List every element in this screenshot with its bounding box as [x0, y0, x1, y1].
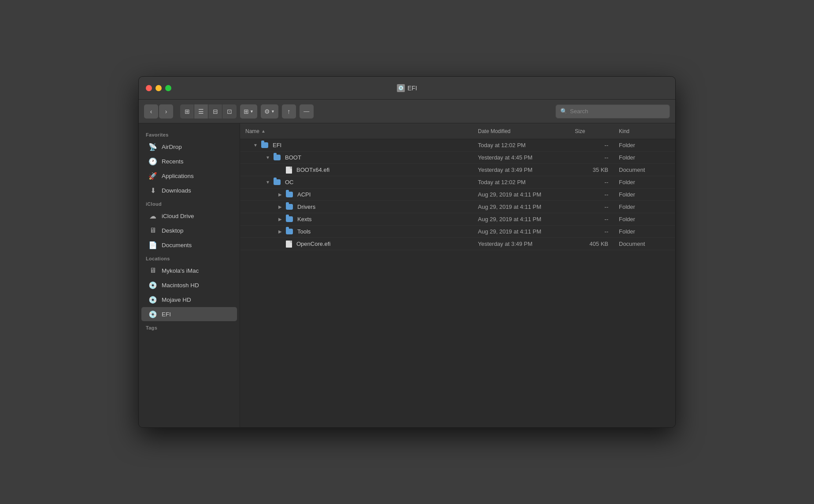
sidebar-item-documents[interactable]: 📄 Documents: [141, 238, 237, 252]
sidebar-item-applications[interactable]: 🚀 Applications: [141, 169, 237, 183]
view-columns-button[interactable]: ⊟: [208, 104, 222, 119]
gear-icon: ⚙: [264, 108, 270, 115]
view-cover-button[interactable]: ⊡: [222, 104, 237, 119]
sidebar-item-icloud-drive[interactable]: ☁ iCloud Drive: [141, 209, 237, 223]
col-header-kind[interactable]: Kind: [614, 123, 675, 139]
forward-button[interactable]: ›: [159, 104, 173, 119]
file-name-opencore: OpenCore.efi: [240, 238, 473, 250]
tag-icon: —: [303, 108, 309, 115]
disclosure-drivers[interactable]: [277, 204, 283, 210]
search-input[interactable]: [570, 108, 665, 115]
share-button[interactable]: ↑: [282, 104, 296, 119]
file-name-boot: BOOT: [240, 152, 473, 163]
file-name-label: OpenCore.efi: [296, 241, 330, 247]
table-row[interactable]: EFI Today at 12:02 PM -- Folder: [240, 139, 675, 152]
table-row[interactable]: Drivers Aug 29, 2019 at 4:11 PM -- Folde…: [240, 201, 675, 213]
file-kind-opencore: Document: [614, 238, 675, 250]
list-icon: ☰: [198, 108, 204, 115]
recents-icon: 🕐: [148, 157, 157, 166]
file-size-opencore: 405 KB: [570, 238, 614, 250]
table-row[interactable]: ACPI Aug 29, 2019 at 4:11 PM -- Folder: [240, 189, 675, 201]
view-icon-button[interactable]: ⊞: [180, 104, 194, 119]
file-name-acpi: ACPI: [240, 189, 473, 200]
close-button[interactable]: [146, 85, 152, 91]
cover-icon: ⊡: [227, 108, 232, 115]
macintosh-hd-icon: 💿: [148, 281, 157, 289]
minimize-button[interactable]: [155, 85, 162, 91]
file-date-acpi: Aug 29, 2019 at 4:11 PM: [473, 189, 570, 200]
folder-icon: [286, 229, 293, 234]
col-header-date[interactable]: Date Modified: [473, 123, 570, 139]
file-name-label: Kexts: [297, 216, 312, 222]
col-header-name[interactable]: Name ▲: [240, 123, 473, 139]
sidebar-item-macintosh-hd[interactable]: 💿 Macintosh HD: [141, 278, 237, 292]
folder-icon: [274, 179, 281, 185]
traffic-lights: [146, 85, 171, 91]
file-size-drivers: --: [570, 201, 614, 213]
file-name-kexts: Kexts: [240, 213, 473, 225]
documents-icon: 📄: [148, 241, 157, 249]
file-panel: Name ▲ Date Modified Size Kind: [240, 123, 675, 427]
table-row[interactable]: OC Today at 12:02 PM -- Folder: [240, 176, 675, 189]
sidebar-item-downloads[interactable]: ⬇ Downloads: [141, 183, 237, 197]
table-row[interactable]: Kexts Aug 29, 2019 at 4:11 PM -- Folder: [240, 213, 675, 226]
maximize-button[interactable]: [165, 85, 171, 91]
disclosure-boot[interactable]: [265, 155, 271, 161]
finder-window: 💿 EFI ‹ › ⊞ ☰ ⊟ ⊡ ⊞ ▼: [138, 76, 676, 428]
file-date-oc: Today at 12:02 PM: [473, 176, 570, 188]
sidebar-item-recents[interactable]: 🕐 Recents: [141, 154, 237, 168]
gallery-view-button[interactable]: ⊞ ▼: [240, 104, 257, 119]
file-date-kexts: Aug 29, 2019 at 4:11 PM: [473, 213, 570, 225]
file-name-oc: OC: [240, 176, 473, 188]
view-list-button[interactable]: ☰: [194, 104, 208, 119]
sidebar-label-mykolasmac: Mykola's iMac: [162, 267, 199, 274]
file-date-opencore: Yesterday at 3:49 PM: [473, 238, 570, 250]
file-name-label: OC: [285, 179, 294, 185]
disclosure-kexts[interactable]: [277, 216, 283, 222]
nav-buttons: ‹ ›: [144, 104, 173, 119]
search-box[interactable]: 🔍: [555, 104, 670, 119]
file-name-label: Drivers: [297, 204, 315, 210]
table-row[interactable]: Tools Aug 29, 2019 at 4:11 PM -- Folder: [240, 226, 675, 238]
view-buttons: ⊞ ☰ ⊟ ⊡: [180, 104, 237, 119]
sidebar-item-desktop[interactable]: 🖥 Desktop: [141, 223, 237, 237]
grid-icon: ⊞: [185, 108, 190, 115]
sidebar-item-mojave-hd[interactable]: 💿 Mojave HD: [141, 293, 237, 307]
file-name-label: EFI: [273, 142, 281, 148]
sidebar-label-documents: Documents: [162, 242, 192, 248]
file-size-tools: --: [570, 226, 614, 237]
table-row[interactable]: BOOTx64.efi Yesterday at 3:49 PM 35 KB D…: [240, 164, 675, 176]
titlebar: 💿 EFI: [139, 77, 675, 100]
table-row[interactable]: BOOT Yesterday at 4:45 PM -- Folder: [240, 152, 675, 164]
file-name-label: BOOT: [285, 154, 301, 161]
col-name-label: Name: [245, 128, 259, 134]
disclosure-efi-root[interactable]: [252, 142, 259, 148]
disclosure-oc[interactable]: [265, 179, 271, 185]
folder-icon: [286, 204, 293, 210]
tag-button[interactable]: —: [300, 104, 314, 119]
share-icon: ↑: [287, 107, 291, 115]
col-size-label: Size: [575, 128, 585, 134]
sidebar-item-efi[interactable]: 💿 EFI: [141, 307, 237, 321]
back-button[interactable]: ‹: [144, 104, 158, 119]
sidebar-item-mykolasmac[interactable]: 🖥 Mykola's iMac: [141, 263, 237, 278]
desktop-icon: 🖥: [148, 226, 157, 235]
disclosure-acpi[interactable]: [277, 192, 283, 198]
icloud-drive-icon: ☁: [148, 211, 157, 220]
columns-icon: ⊟: [213, 108, 218, 115]
folder-icon: [274, 155, 281, 160]
sidebar-item-airdrop[interactable]: 📡 AirDrop: [141, 140, 237, 154]
col-header-size[interactable]: Size: [570, 123, 614, 139]
file-name-label: BOOTx64.efi: [296, 167, 329, 173]
file-size-kexts: --: [570, 213, 614, 225]
file-kind-kexts: Folder: [614, 213, 675, 225]
file-kind-drivers: Folder: [614, 201, 675, 213]
file-name-label: ACPI: [297, 191, 311, 198]
sidebar-label-recents: Recents: [162, 158, 184, 165]
table-row[interactable]: OpenCore.efi Yesterday at 3:49 PM 405 KB…: [240, 238, 675, 250]
sidebar-label-airdrop: AirDrop: [162, 144, 182, 150]
locations-header: Locations: [139, 252, 240, 263]
sidebar-label-downloads: Downloads: [162, 187, 191, 194]
action-button[interactable]: ⚙ ▼: [261, 104, 278, 119]
disclosure-tools[interactable]: [277, 229, 283, 235]
